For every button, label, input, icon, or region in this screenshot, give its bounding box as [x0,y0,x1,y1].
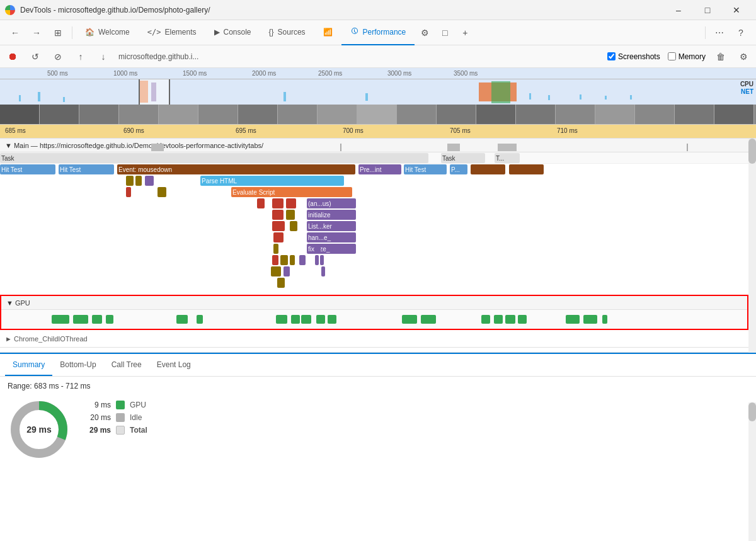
bottom-scrollbar-track[interactable] [748,402,756,541]
back-button[interactable]: ← [5,23,25,43]
elements-icon: </> [147,28,161,37]
add-tab-button[interactable]: + [455,23,475,43]
bottom-scrollbar-thumb[interactable] [748,402,756,421]
svg-rect-6 [365,93,368,101]
olive-scatter-2 [290,255,295,265]
memory-checkbox[interactable] [668,52,676,60]
tab-performance-label: Performance [363,28,406,37]
purple-small-1 [314,244,321,254]
gpu-header[interactable]: ▼ GPU [1,296,747,310]
screenshots-checkbox[interactable] [607,52,616,60]
tab-welcome[interactable]: 🏠 Welcome [76,20,139,45]
screenshots-checkbox-label[interactable]: Screenshots [607,52,660,61]
tab-elements[interactable]: </> Elements [139,20,205,45]
gpu-block [481,315,490,324]
summary-legend: 9 ms GPU 20 ms Idle 29 ms Total [86,398,147,461]
perf-settings-button[interactable]: ⚙ [736,49,751,64]
more-tools-button[interactable]: ⋯ [709,23,730,43]
comp-block-2 [447,144,460,151]
dock-button[interactable]: ⊞ [48,23,68,43]
tab-console[interactable]: ▶ Console [205,20,260,45]
tab-network[interactable]: 📶 [314,20,341,45]
zoom-tick-685: 685 ms [5,127,26,134]
purple-scatter-1 [299,255,306,265]
gpu-section: ▼ GPU [0,295,748,330]
olive-block-1 [126,176,134,186]
tab-welcome-label: Welcome [98,28,130,37]
upload-button[interactable]: ↑ [73,49,88,64]
tick-1000ms: 1000 ms [113,70,137,77]
gpu-block [106,315,113,324]
delete-button[interactable]: 🗑 [713,49,728,64]
initialize-row: initialize [0,209,748,220]
devtools-nav: ← → ⊞ 🏠 Welcome </> Elements ▶ Console {… [0,20,756,45]
bottom-panel: Summary Bottom-Up Call Tree Event Log Ra… [0,353,756,491]
zoom-tick-710: 710 ms [557,127,578,134]
svg-rect-11 [580,94,581,100]
download-button[interactable]: ↓ [96,49,111,64]
tab-sources[interactable]: {} Sources [260,20,314,45]
legend-idle: 20 ms Idle [86,413,147,422]
hit-test-block-3: Hit Test [404,164,447,174]
flame-chart-area: ▼ Main — https://microsoftedge.github.io… [0,139,756,353]
svg-rect-8 [491,81,510,103]
child-io-label: ► Chrome_ChildIOThread [5,335,88,343]
svg-rect-0 [19,95,21,101]
gpu-block [602,315,607,324]
legend-gpu-label: GPU [130,401,146,409]
spacer [0,288,748,295]
forward-button[interactable]: → [26,23,47,43]
flame-scrollbar-thumb[interactable] [748,139,756,164]
purple-scatter-4 [284,266,290,276]
zoom-tick-700: 700 ms [343,127,364,134]
gpu-block [301,315,311,324]
tab-bottom-up[interactable]: Bottom-Up [52,355,103,376]
performance-icon [350,26,359,37]
gpu-block [197,315,203,324]
han-e-row: han...e_ [0,232,748,243]
tab-event-log[interactable]: Event Log [149,355,198,376]
tick-500ms: 500 ms [47,70,68,77]
red-block-6 [272,221,285,231]
main-thread-label: ▼ Main — https://microsoftedge.github.io… [5,142,263,149]
main-thread-header[interactable]: ▼ Main — https://microsoftedge.github.io… [0,139,748,152]
child-io-thread[interactable]: ► Chrome_ChildIOThread [0,330,748,348]
minimize-button[interactable]: – [664,0,693,20]
screenshot-thumb [0,105,40,125]
tab-call-tree[interactable]: Call Tree [104,355,149,376]
list-ker-block: List...ker [307,221,356,231]
legend-total: 29 ms Total [86,426,147,435]
flame-scrollbar-track[interactable] [748,139,756,353]
gpu-block [73,315,88,324]
red-block-5 [272,210,284,220]
timeline-overview[interactable]: 500 ms 1000 ms 1500 ms 2000 ms 2500 ms 3… [0,68,756,125]
title-bar: DevTools - microsoftedge.github.io/Demos… [0,0,756,20]
devtools-settings-button[interactable]: ⚙ [415,23,435,43]
reload-record-button[interactable]: ↺ [28,49,43,64]
dock-side-button[interactable]: □ [435,23,455,43]
record-button[interactable]: ⏺ [5,49,20,64]
gpu-block [583,315,597,324]
io-block-1 [340,144,341,151]
screenshot-thumb [476,105,516,125]
olive-block-2 [135,176,142,186]
gpu-block [494,315,503,324]
range-label: Range: 683 ms - 712 ms [8,382,748,390]
screenshot-thumb [516,105,556,125]
legend-idle-color [116,413,125,422]
memory-label: Memory [679,52,706,61]
legend-gpu-value: 9 ms [86,401,111,409]
red-block-2 [272,198,284,208]
purple-scatter-5 [321,266,325,276]
tab-performance[interactable]: Performance [341,20,415,45]
screenshot-thumb [437,105,476,125]
gpu-block [505,315,515,324]
memory-checkbox-label[interactable]: Memory [668,52,706,61]
maximize-button[interactable]: □ [693,0,722,20]
clear-button[interactable]: ⊘ [50,49,66,64]
help-button[interactable]: ? [731,23,751,43]
screenshot-thumb [595,105,635,125]
tab-summary[interactable]: Summary [5,355,52,376]
close-button[interactable]: ✕ [722,0,751,20]
olive-block-3 [158,187,166,197]
